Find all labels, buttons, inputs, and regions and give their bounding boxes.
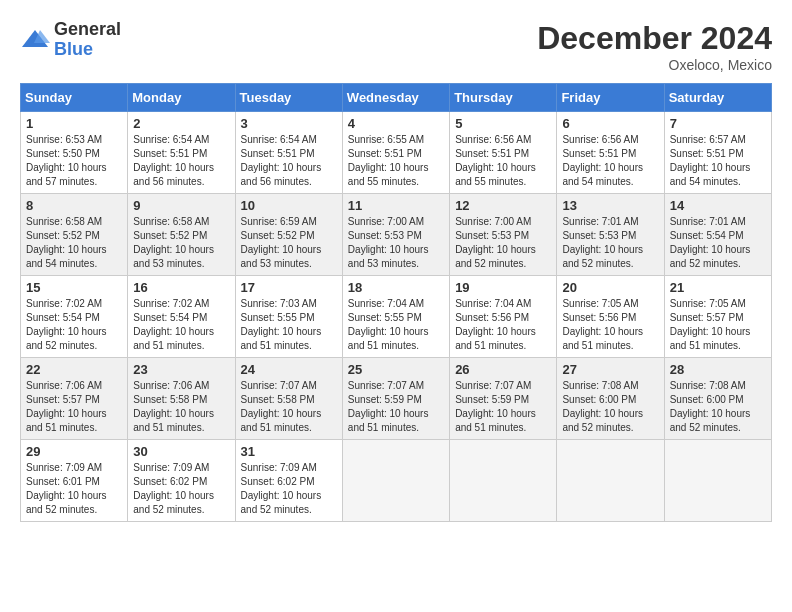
- calendar-day-cell: [557, 440, 664, 522]
- location: Oxeloco, Mexico: [537, 57, 772, 73]
- calendar-day-cell: [342, 440, 449, 522]
- header-monday: Monday: [128, 84, 235, 112]
- day-info: Sunrise: 7:00 AM Sunset: 5:53 PM Dayligh…: [455, 215, 551, 271]
- day-info: Sunrise: 7:02 AM Sunset: 5:54 PM Dayligh…: [26, 297, 122, 353]
- day-number: 13: [562, 198, 658, 213]
- calendar-week-row: 29 Sunrise: 7:09 AM Sunset: 6:01 PM Dayl…: [21, 440, 772, 522]
- day-info: Sunrise: 6:56 AM Sunset: 5:51 PM Dayligh…: [562, 133, 658, 189]
- day-info: Sunrise: 7:02 AM Sunset: 5:54 PM Dayligh…: [133, 297, 229, 353]
- day-info: Sunrise: 6:58 AM Sunset: 5:52 PM Dayligh…: [26, 215, 122, 271]
- calendar-table: Sunday Monday Tuesday Wednesday Thursday…: [20, 83, 772, 522]
- logo-blue-text: Blue: [54, 40, 121, 60]
- day-info: Sunrise: 7:05 AM Sunset: 5:57 PM Dayligh…: [670, 297, 766, 353]
- day-number: 15: [26, 280, 122, 295]
- day-info: Sunrise: 7:08 AM Sunset: 6:00 PM Dayligh…: [670, 379, 766, 435]
- calendar-day-cell: 15 Sunrise: 7:02 AM Sunset: 5:54 PM Dayl…: [21, 276, 128, 358]
- calendar-day-cell: 23 Sunrise: 7:06 AM Sunset: 5:58 PM Dayl…: [128, 358, 235, 440]
- calendar-day-cell: 8 Sunrise: 6:58 AM Sunset: 5:52 PM Dayli…: [21, 194, 128, 276]
- calendar-day-cell: 10 Sunrise: 6:59 AM Sunset: 5:52 PM Dayl…: [235, 194, 342, 276]
- day-info: Sunrise: 7:04 AM Sunset: 5:56 PM Dayligh…: [455, 297, 551, 353]
- calendar-day-cell: 30 Sunrise: 7:09 AM Sunset: 6:02 PM Dayl…: [128, 440, 235, 522]
- day-info: Sunrise: 7:06 AM Sunset: 5:58 PM Dayligh…: [133, 379, 229, 435]
- calendar-day-cell: 7 Sunrise: 6:57 AM Sunset: 5:51 PM Dayli…: [664, 112, 771, 194]
- day-info: Sunrise: 6:55 AM Sunset: 5:51 PM Dayligh…: [348, 133, 444, 189]
- day-number: 22: [26, 362, 122, 377]
- calendar-day-cell: 31 Sunrise: 7:09 AM Sunset: 6:02 PM Dayl…: [235, 440, 342, 522]
- calendar-day-cell: 13 Sunrise: 7:01 AM Sunset: 5:53 PM Dayl…: [557, 194, 664, 276]
- title-block: December 2024 Oxeloco, Mexico: [537, 20, 772, 73]
- calendar-day-cell: 28 Sunrise: 7:08 AM Sunset: 6:00 PM Dayl…: [664, 358, 771, 440]
- day-info: Sunrise: 7:09 AM Sunset: 6:01 PM Dayligh…: [26, 461, 122, 517]
- day-info: Sunrise: 7:07 AM Sunset: 5:59 PM Dayligh…: [348, 379, 444, 435]
- logo: General Blue: [20, 20, 121, 60]
- day-number: 4: [348, 116, 444, 131]
- day-number: 5: [455, 116, 551, 131]
- day-number: 6: [562, 116, 658, 131]
- calendar-day-cell: 29 Sunrise: 7:09 AM Sunset: 6:01 PM Dayl…: [21, 440, 128, 522]
- day-number: 16: [133, 280, 229, 295]
- day-info: Sunrise: 6:59 AM Sunset: 5:52 PM Dayligh…: [241, 215, 337, 271]
- header-thursday: Thursday: [450, 84, 557, 112]
- page-header: General Blue December 2024 Oxeloco, Mexi…: [20, 20, 772, 73]
- day-info: Sunrise: 7:08 AM Sunset: 6:00 PM Dayligh…: [562, 379, 658, 435]
- day-number: 14: [670, 198, 766, 213]
- day-number: 20: [562, 280, 658, 295]
- calendar-day-cell: 3 Sunrise: 6:54 AM Sunset: 5:51 PM Dayli…: [235, 112, 342, 194]
- day-number: 2: [133, 116, 229, 131]
- day-info: Sunrise: 7:04 AM Sunset: 5:55 PM Dayligh…: [348, 297, 444, 353]
- day-info: Sunrise: 7:09 AM Sunset: 6:02 PM Dayligh…: [133, 461, 229, 517]
- logo-general-text: General: [54, 20, 121, 40]
- day-number: 3: [241, 116, 337, 131]
- day-number: 28: [670, 362, 766, 377]
- calendar-day-cell: 9 Sunrise: 6:58 AM Sunset: 5:52 PM Dayli…: [128, 194, 235, 276]
- day-number: 18: [348, 280, 444, 295]
- day-number: 27: [562, 362, 658, 377]
- calendar-day-cell: 20 Sunrise: 7:05 AM Sunset: 5:56 PM Dayl…: [557, 276, 664, 358]
- calendar-day-cell: 22 Sunrise: 7:06 AM Sunset: 5:57 PM Dayl…: [21, 358, 128, 440]
- header-saturday: Saturday: [664, 84, 771, 112]
- calendar-day-cell: 21 Sunrise: 7:05 AM Sunset: 5:57 PM Dayl…: [664, 276, 771, 358]
- day-number: 12: [455, 198, 551, 213]
- day-info: Sunrise: 7:09 AM Sunset: 6:02 PM Dayligh…: [241, 461, 337, 517]
- day-info: Sunrise: 6:54 AM Sunset: 5:51 PM Dayligh…: [133, 133, 229, 189]
- day-info: Sunrise: 7:03 AM Sunset: 5:55 PM Dayligh…: [241, 297, 337, 353]
- day-info: Sunrise: 6:57 AM Sunset: 5:51 PM Dayligh…: [670, 133, 766, 189]
- calendar-day-cell: 2 Sunrise: 6:54 AM Sunset: 5:51 PM Dayli…: [128, 112, 235, 194]
- day-info: Sunrise: 7:05 AM Sunset: 5:56 PM Dayligh…: [562, 297, 658, 353]
- calendar-day-cell: 11 Sunrise: 7:00 AM Sunset: 5:53 PM Dayl…: [342, 194, 449, 276]
- header-sunday: Sunday: [21, 84, 128, 112]
- day-number: 19: [455, 280, 551, 295]
- calendar-day-cell: 14 Sunrise: 7:01 AM Sunset: 5:54 PM Dayl…: [664, 194, 771, 276]
- calendar-week-row: 8 Sunrise: 6:58 AM Sunset: 5:52 PM Dayli…: [21, 194, 772, 276]
- day-info: Sunrise: 6:58 AM Sunset: 5:52 PM Dayligh…: [133, 215, 229, 271]
- calendar-day-cell: 27 Sunrise: 7:08 AM Sunset: 6:00 PM Dayl…: [557, 358, 664, 440]
- day-info: Sunrise: 7:07 AM Sunset: 5:58 PM Dayligh…: [241, 379, 337, 435]
- day-number: 30: [133, 444, 229, 459]
- day-number: 26: [455, 362, 551, 377]
- day-number: 7: [670, 116, 766, 131]
- day-number: 29: [26, 444, 122, 459]
- day-number: 21: [670, 280, 766, 295]
- day-info: Sunrise: 6:54 AM Sunset: 5:51 PM Dayligh…: [241, 133, 337, 189]
- day-number: 10: [241, 198, 337, 213]
- day-number: 24: [241, 362, 337, 377]
- day-info: Sunrise: 6:53 AM Sunset: 5:50 PM Dayligh…: [26, 133, 122, 189]
- calendar-week-row: 1 Sunrise: 6:53 AM Sunset: 5:50 PM Dayli…: [21, 112, 772, 194]
- calendar-day-cell: 25 Sunrise: 7:07 AM Sunset: 5:59 PM Dayl…: [342, 358, 449, 440]
- calendar-day-cell: 24 Sunrise: 7:07 AM Sunset: 5:58 PM Dayl…: [235, 358, 342, 440]
- day-number: 1: [26, 116, 122, 131]
- calendar-day-cell: [664, 440, 771, 522]
- calendar-header-row: Sunday Monday Tuesday Wednesday Thursday…: [21, 84, 772, 112]
- calendar-day-cell: 17 Sunrise: 7:03 AM Sunset: 5:55 PM Dayl…: [235, 276, 342, 358]
- calendar-day-cell: [450, 440, 557, 522]
- calendar-day-cell: 1 Sunrise: 6:53 AM Sunset: 5:50 PM Dayli…: [21, 112, 128, 194]
- month-title: December 2024: [537, 20, 772, 57]
- day-info: Sunrise: 7:01 AM Sunset: 5:54 PM Dayligh…: [670, 215, 766, 271]
- day-number: 31: [241, 444, 337, 459]
- calendar-day-cell: 16 Sunrise: 7:02 AM Sunset: 5:54 PM Dayl…: [128, 276, 235, 358]
- header-friday: Friday: [557, 84, 664, 112]
- day-info: Sunrise: 7:06 AM Sunset: 5:57 PM Dayligh…: [26, 379, 122, 435]
- day-info: Sunrise: 7:01 AM Sunset: 5:53 PM Dayligh…: [562, 215, 658, 271]
- day-number: 8: [26, 198, 122, 213]
- day-info: Sunrise: 7:00 AM Sunset: 5:53 PM Dayligh…: [348, 215, 444, 271]
